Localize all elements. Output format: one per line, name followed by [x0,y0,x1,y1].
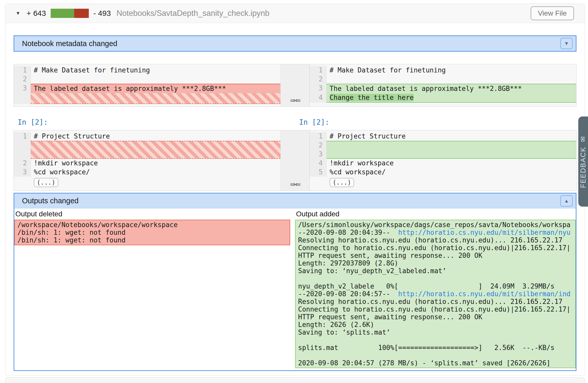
output-line: --2020-09-08 20:04:57-- http://horatio.c… [298,290,573,298]
metadata-changed-banner[interactable]: Notebook metadata changed ▼ [14,35,576,52]
line-number: 2 [14,159,31,168]
line-number: 1 [14,132,31,141]
line-text: # Make Dataset for finetuning [34,66,150,74]
execution-count-right: In [2]: [295,118,329,126]
file-name: Notebooks/SavtaDepth_sanity_check.ipynb [116,9,269,18]
output-line: /bin/sh: 1: wget: not found [17,236,287,244]
output-line-text: HTTP request sent, awaiting response... … [298,252,482,259]
output-line [298,275,573,282]
output-line-text: 2020-09-08 20:04:57 (278 MB/s) - ‘splits… [298,359,550,367]
output-added-box: /Users/simonlousky/workspace/dags/case_r… [295,220,576,368]
diff-line: 2 [310,75,576,84]
output-line: Resolving horatio.cs.nyu.edu (horatio.cs… [298,298,573,305]
diff-line: 1 # Make Dataset for finetuning [14,66,280,75]
diff-line: 4 !mkdir workspace [310,159,576,168]
right-cell-half: In [2]: [295,118,576,126]
merge-arrows-icon[interactable]: ⇛⇚ [281,180,309,188]
output-line-text: /Users/simonlousky/workspace/dags/case_r… [298,221,570,229]
output-line: splits.mat 100%[===================>] 2.… [298,344,573,352]
outputs-changed-banner[interactable]: Outputs changed ▲ [14,194,576,208]
execution-count-left: In [2]: [14,118,48,126]
line-text: %cd workspace/ [330,168,386,176]
diff-block-code-cell: 1 # Project Structure 2 !mkdir workspace [14,130,576,191]
next-file-card-header[interactable] [5,377,585,383]
output-line-text: Length: 2972037809 (2.8G) [298,259,398,267]
line-number: 3 [14,168,31,177]
diff-center-gutter: ⇛⇚ [280,64,310,107]
merge-arrows-icon[interactable]: ⇛⇚ [281,96,309,104]
line-text: # Make Dataset for finetuning [330,66,446,74]
line-text: # Project Structure [330,132,406,140]
line-number: 1 [14,66,31,75]
metadata-expand-button[interactable]: ▼ [560,38,573,49]
view-file-button[interactable]: View File [531,6,574,20]
diff-line: 3 [310,150,576,159]
diff-line: 1 # Project Structure [310,132,576,141]
outputs-banner-label: Outputs changed [22,197,79,205]
output-line: Length: 2626 (2.6K) [298,321,573,328]
output-link[interactable]: http://horatio.cs.nyu.edu/mit/silberman/… [398,290,570,298]
line-number: 5 [310,168,326,177]
additions-count: + 643 [27,9,46,18]
line-text: The labeled dataset is approximately ***… [330,85,522,92]
diff-line: 2 [14,75,280,84]
diff-line: 1 # Project Structure [14,132,280,141]
output-line: Connecting to horatio.cs.nyu.edu (horati… [298,244,573,252]
outputs-collapse-button[interactable]: ▲ [560,195,573,207]
diff-left-panel: 1 # Project Structure 2 !mkdir workspace [14,130,280,190]
diff-line [14,93,280,104]
line-number [14,141,31,159]
output-line: --2020-09-08 20:04:39-- http://horatio.c… [298,229,573,236]
line-text: The labeled dataset is approximately ***… [34,85,226,92]
file-expand-caret-icon[interactable]: ▼ [16,10,20,16]
removed-block [74,9,89,18]
output-line: HTTP request sent, awaiting response... … [298,313,573,321]
outputs-changed-section: Outputs changed ▲ Output deleted /worksp… [14,193,576,371]
line-number: 2 [310,141,326,150]
output-deleted-box: /workspace/Notebooks/workspace/workspace… [14,220,290,245]
output-added-column: Output added /Users/simonlousky/workspac… [295,208,576,368]
output-line: /workspace/Notebooks/workspace/workspace [17,221,287,229]
output-line-text: Connecting to horatio.cs.nyu.edu (horati… [298,305,570,313]
diff-line: 3 The labeled dataset is approximately *… [14,84,280,93]
diff-line: 5 %cd workspace/ [310,168,576,177]
line-text: Change the title here [330,94,414,101]
line-number: 2 [310,75,326,84]
output-line: Saving to: ‘nyu_depth_v2_labeled.mat’ [298,267,573,275]
output-deleted-label: Output deleted [14,208,290,220]
output-line-text: Saving to: ‘splits.mat’ [298,328,390,336]
file-diff-card: ▼ + 643 - 493 Notebooks/SavtaDepth_sanit… [5,4,585,376]
diff-line: 3 The labeled dataset is approximately *… [310,84,576,93]
output-link[interactable]: http://horatio.cs.nyu.edu/mit/silberman/… [398,229,570,236]
diff-line: (...) [310,177,576,188]
output-line: HTTP request sent, awaiting response... … [298,252,573,259]
feedback-tab-label: FEEDBACK [579,147,587,188]
expand-collapsed-lines-button[interactable]: (...) [330,178,354,187]
output-line [298,352,573,359]
expand-collapsed-lines-button[interactable]: (...) [34,178,58,187]
diff-body: Notebook metadata changed ▼ 1 # Make Dat… [5,23,585,371]
deletions-count: - 493 [93,9,111,18]
left-cell-half: In [2]: [14,118,295,126]
output-line-text: splits.mat 100%[===================>] 2.… [298,344,554,352]
line-number: 3 [310,150,326,159]
diff-line: 2 !mkdir workspace [14,159,280,168]
line-number: 2 [14,75,31,84]
output-deleted-column: Output deleted /workspace/Notebooks/work… [14,208,295,245]
output-line: Length: 2972037809 (2.8G) [298,259,573,267]
output-line-text: Resolving horatio.cs.nyu.edu (horatio.cs… [298,298,562,305]
output-line-text: nyu_depth_v2_labele 0%[ ] 24.09M 3.29MB/… [298,282,554,290]
diff-line: 4 Change the title here [310,93,576,103]
caret-down-icon: ▼ [564,41,569,46]
line-number: 3 [14,84,31,93]
output-line-text: /bin/sh: 1: wget: not found [17,229,126,236]
output-line-text: --2020-09-08 20:04:39-- [298,229,398,236]
output-line-text: Resolving horatio.cs.nyu.edu (horatio.cs… [298,236,562,244]
line-number: 1 [310,66,326,75]
output-line-text: HTTP request sent, awaiting response... … [298,313,482,321]
feedback-tab[interactable]: ✉ FEEDBACK [578,116,588,207]
line-number: 4 [310,93,326,103]
diff-line: 1 # Make Dataset for finetuning [310,66,576,75]
diff-line [14,141,280,159]
output-line [298,336,573,344]
